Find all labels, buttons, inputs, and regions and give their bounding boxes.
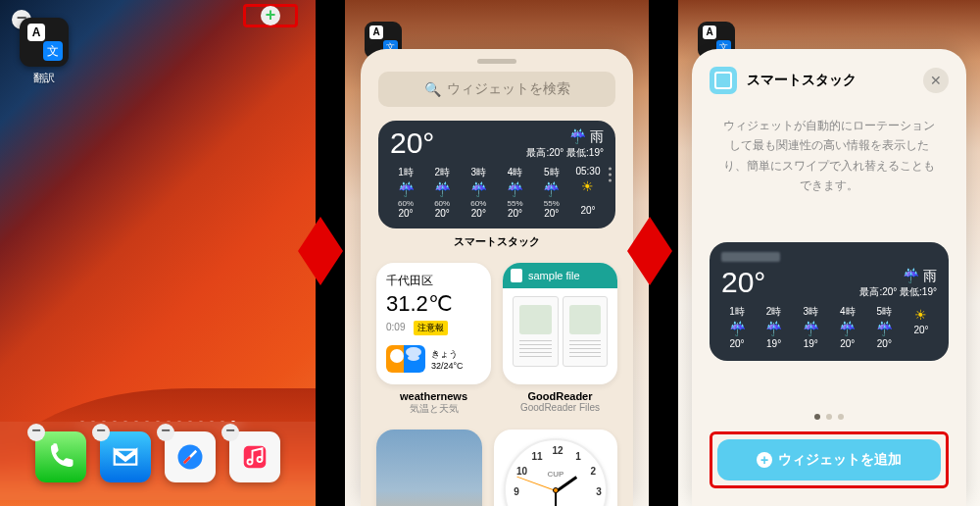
add-widget-highlight: + ウィジェットを追加 <box>710 431 949 488</box>
mail-app[interactable]: − <box>100 431 151 482</box>
arrow-icon <box>298 217 343 285</box>
widget-search[interactable]: 🔍 ウィジェットを検索 <box>378 72 615 107</box>
stack-pager[interactable] <box>609 168 612 182</box>
remove-badge[interactable]: − <box>92 424 110 441</box>
phone-icon <box>46 442 75 472</box>
weathernews-widget[interactable]: 千代田区 31.2℃ 0:09 注意報 きょう 32/24°C weathern… <box>376 263 491 416</box>
clock-widget[interactable]: 121234567891011CUP 時計 <box>494 430 617 506</box>
smart-stack-title: スマートスタック <box>747 72 913 89</box>
size-page-indicator[interactable] <box>710 414 949 420</box>
safari-app[interactable]: − <box>165 431 216 482</box>
photos-widget[interactable]: 8月29日 2012年 <box>376 430 482 506</box>
smart-stack-description: ウィジェットが自動的にローテーションして最も関連性の高い情報を表示したり、簡単に… <box>719 116 939 196</box>
remove-badge[interactable]: − <box>27 424 45 441</box>
gr-pages-preview <box>513 296 608 367</box>
wn-location: 千代田区 <box>386 273 481 289</box>
add-widget-button[interactable]: + ウィジェットを追加 <box>717 439 941 481</box>
smart-stack-detail-panel: スマートスタック ✕ ウィジェットが自動的にローテーションして最も関連性の高い情… <box>678 0 980 506</box>
app-label: 翻訳 <box>20 71 69 85</box>
dock: − − − − <box>0 422 316 500</box>
widget-gallery-panel: 🔍 ウィジェットを検索 20° ☔ 雨 最高:20° 最低:19° 1時☔60%… <box>345 0 649 506</box>
wn-today-label: きょう <box>431 348 464 361</box>
smart-stack-icon <box>710 67 737 94</box>
close-button[interactable]: ✕ <box>923 68 949 93</box>
add-widget-highlight: + <box>243 4 298 27</box>
preview-hourly: 1時☔20°2時☔19°3時☔19°4時☔20°5時☔20°☀20° <box>721 305 937 349</box>
search-icon: 🔍 <box>424 81 441 97</box>
minute-hand <box>555 491 557 506</box>
phone-app[interactable]: − <box>35 431 86 482</box>
smart-stack-label: スマートスタック <box>361 234 633 249</box>
translate-icon <box>20 18 69 67</box>
smart-stack-sheet: スマートスタック ✕ ウィジェットが自動的にローテーションして最も関連性の高い情… <box>692 49 966 506</box>
wn-warning-badge: 注意報 <box>414 321 448 335</box>
hourly-forecast: 1時☔60%20°2時☔60%20°3時☔60%20°4時☔55%20°5時☔5… <box>390 166 604 219</box>
gr-file-name: sample file <box>528 270 580 281</box>
rain-icon: ☔ 雨 <box>859 268 937 285</box>
weather-condition-icon <box>386 345 425 373</box>
weather-high-low: 最高:20° 最低:19° <box>526 146 604 160</box>
add-widget-label: ウィジェットを追加 <box>778 451 902 469</box>
wn-temp: 31.2℃ <box>386 291 481 317</box>
wn-title: weathernews <box>376 390 491 402</box>
weather-temp: 20° <box>390 126 434 160</box>
safari-icon <box>175 442 205 472</box>
remove-badge[interactable]: − <box>221 424 239 441</box>
document-icon <box>511 269 522 282</box>
sheet-grabber[interactable] <box>477 59 516 64</box>
search-placeholder: ウィジェットを検索 <box>447 80 570 98</box>
preview-high-low: 最高:20° 最低:19° <box>859 285 937 299</box>
wn-subtitle: 気温と天気 <box>376 402 491 416</box>
gr-subtitle: GoodReader Files <box>503 402 617 413</box>
arrow-icon <box>627 217 672 285</box>
goodreader-widget[interactable]: sample file GoodReader GoodReader Files <box>503 263 617 416</box>
mail-icon <box>111 442 140 472</box>
clock-center <box>553 487 559 493</box>
goodreader-header: sample file <box>503 263 617 288</box>
add-widget-button[interactable]: + <box>261 6 280 25</box>
remove-badge[interactable]: − <box>157 424 174 441</box>
gr-title: GoodReader <box>503 390 617 402</box>
music-icon <box>240 442 270 472</box>
widget-gallery-sheet: 🔍 ウィジェットを検索 20° ☔ 雨 最高:20° 最低:19° 1時☔60%… <box>361 49 633 506</box>
translate-app[interactable]: − 翻訳 <box>20 18 69 85</box>
wn-range: 32/24°C <box>431 361 464 371</box>
smart-stack-size-preview[interactable]: 20° ☔ 雨 最高:20° 最低:19° 1時☔20°2時☔19°3時☔19°… <box>710 242 949 361</box>
smart-stack-preview[interactable]: 20° ☔ 雨 最高:20° 最低:19° 1時☔60%20°2時☔60%20°… <box>378 121 615 228</box>
home-screen-panel: − 翻訳 + − − − − <box>0 0 316 506</box>
wn-time: 0:09 <box>386 322 405 332</box>
preview-temp: 20° <box>721 266 765 299</box>
rain-icon: ☔ 雨 <box>526 128 604 146</box>
clock-face: 121234567891011CUP <box>504 438 608 506</box>
plus-icon: + <box>757 452 772 468</box>
music-app[interactable]: − <box>229 431 280 482</box>
location-placeholder <box>721 252 780 262</box>
